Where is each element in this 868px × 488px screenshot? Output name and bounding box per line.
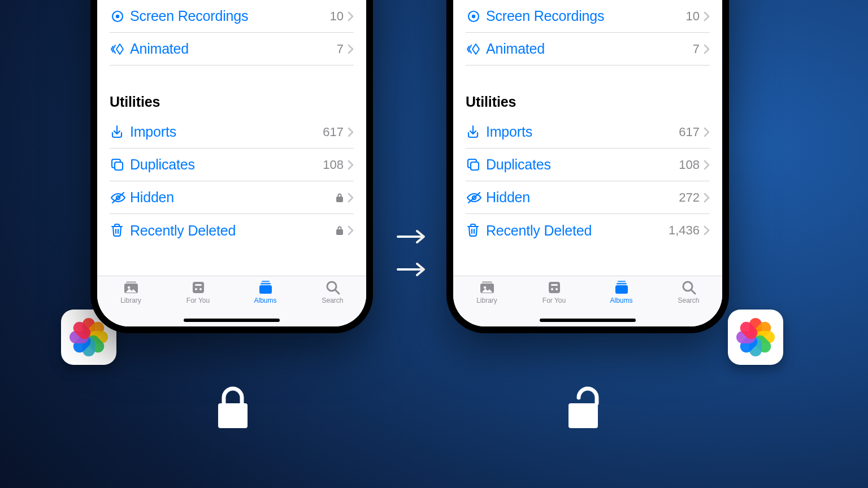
svg-point-20 — [472, 14, 475, 18]
svg-point-8 — [127, 286, 129, 289]
duplicates-icon — [466, 157, 486, 173]
svg-point-25 — [483, 286, 485, 289]
svg-rect-15 — [259, 285, 272, 294]
row-hidden[interactable]: Hidden — [110, 181, 354, 214]
tab-label: For You — [542, 297, 566, 304]
photos-app-icon — [728, 310, 783, 365]
row-imports[interactable]: Imports 617 — [466, 116, 710, 149]
section-header-utilities: Utilities — [466, 91, 710, 116]
locked-icon — [215, 385, 251, 432]
row-label: Hidden — [130, 189, 336, 206]
row-count: 7 — [693, 42, 700, 56]
tab-label: Albums — [610, 297, 632, 304]
row-count: 10 — [330, 9, 344, 24]
arrow-right-icon — [396, 229, 427, 245]
chevron-right-icon — [347, 11, 354, 21]
row-label: Imports — [130, 124, 323, 140]
photos-pinwheel-icon — [737, 319, 774, 355]
svg-point-16 — [327, 282, 336, 291]
svg-point-29 — [555, 288, 558, 290]
row-imports[interactable]: Imports 617 — [110, 116, 354, 149]
section-header-utilities: Utilities — [110, 91, 354, 116]
row-label: Recently Deleted — [486, 223, 669, 239]
row-count: 7 — [337, 42, 344, 56]
arrow-right-icon — [396, 262, 427, 277]
tab-library[interactable]: Library — [97, 280, 164, 326]
row-duplicates[interactable]: Duplicates 108 — [110, 149, 354, 181]
phone-unlocked: Screenshots 381 Screen Recordings 10 Ani… — [446, 0, 729, 333]
row-count: 108 — [323, 158, 344, 172]
svg-rect-26 — [549, 282, 560, 293]
tab-label: Albums — [254, 297, 276, 304]
row-label: Duplicates — [130, 156, 323, 173]
row-count: 617 — [679, 125, 700, 140]
unlocked-icon — [565, 385, 609, 432]
photos-pinwheel-icon — [71, 319, 107, 355]
svg-rect-13 — [262, 281, 270, 282]
chevron-right-icon — [347, 193, 354, 203]
row-label: Animated — [130, 41, 337, 57]
row-count: 108 — [679, 158, 700, 172]
chevron-right-icon — [347, 127, 354, 137]
svg-rect-7 — [126, 281, 136, 283]
svg-rect-31 — [617, 283, 627, 285]
row-label: Duplicates — [486, 156, 679, 173]
svg-rect-9 — [193, 282, 204, 293]
import-icon — [466, 124, 486, 140]
hidden-icon — [466, 190, 486, 205]
chevron-right-icon — [347, 44, 354, 54]
row-hidden[interactable]: Hidden 272 — [466, 181, 710, 214]
chevron-right-icon — [703, 225, 710, 236]
row-count: 617 — [323, 125, 344, 140]
svg-rect-30 — [618, 281, 626, 282]
record-icon — [466, 8, 486, 24]
tab-library[interactable]: Library — [453, 280, 520, 326]
row-screen-recordings[interactable]: Screen Recordings 10 — [110, 0, 354, 33]
row-count: 10 — [686, 9, 700, 24]
row-label: Imports — [486, 124, 679, 140]
svg-rect-34 — [218, 403, 248, 428]
animated-icon — [110, 41, 130, 57]
row-label: Recently Deleted — [130, 223, 336, 239]
row-recently-deleted[interactable]: Recently Deleted 1,436 — [466, 214, 710, 247]
svg-rect-4 — [115, 162, 123, 170]
lock-icon — [336, 193, 344, 203]
row-recently-deleted[interactable]: Recently Deleted — [110, 214, 354, 247]
trash-icon — [110, 223, 130, 238]
row-count: 1,436 — [669, 223, 700, 238]
home-indicator[interactable] — [540, 319, 636, 322]
row-label: Screen Recordings — [130, 8, 330, 24]
tab-label: For You — [186, 297, 210, 304]
home-indicator[interactable] — [184, 319, 280, 322]
svg-rect-24 — [482, 281, 492, 283]
hidden-icon — [110, 190, 130, 205]
tab-label: Search — [678, 297, 699, 304]
animated-icon — [466, 41, 486, 57]
row-animated[interactable]: Animated 7 — [466, 33, 710, 66]
tab-search[interactable]: Search — [655, 280, 722, 326]
row-duplicates[interactable]: Duplicates 108 — [466, 149, 710, 181]
tab-label: Search — [322, 297, 343, 304]
chevron-right-icon — [347, 160, 354, 170]
albums-list[interactable]: Screenshots 381 Screen Recordings 10 Ani… — [453, 0, 722, 276]
svg-rect-14 — [261, 283, 271, 285]
row-label: Hidden — [486, 189, 679, 206]
svg-point-3 — [116, 14, 119, 18]
svg-rect-35 — [568, 403, 598, 428]
row-screen-recordings[interactable]: Screen Recordings 10 — [466, 0, 710, 33]
svg-rect-27 — [551, 284, 558, 286]
row-animated[interactable]: Animated 7 — [110, 33, 354, 66]
albums-list[interactable]: Screenshots 382 Screen Recordings 10 Ani… — [97, 0, 366, 276]
svg-point-28 — [551, 288, 553, 290]
svg-rect-10 — [195, 284, 202, 286]
trash-icon — [466, 223, 486, 238]
lock-icon — [336, 225, 344, 236]
duplicates-icon — [110, 157, 130, 173]
svg-point-11 — [195, 288, 197, 290]
svg-rect-32 — [615, 285, 628, 294]
row-count: 272 — [679, 190, 700, 205]
row-label: Animated — [486, 41, 693, 57]
chevron-right-icon — [703, 160, 710, 170]
tab-label: Library — [120, 297, 141, 304]
tab-search[interactable]: Search — [299, 280, 366, 326]
